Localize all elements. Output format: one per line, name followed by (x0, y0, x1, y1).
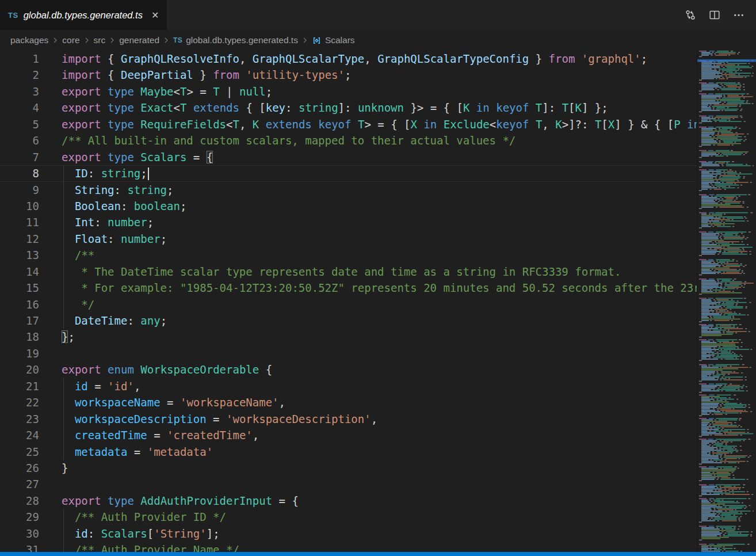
line-number[interactable]: 20 (0, 361, 39, 378)
code-line[interactable]: 20export enum WorkspaceOrderable { (0, 361, 697, 378)
line-number[interactable]: 17 (0, 313, 39, 329)
code-line[interactable]: 18}; (0, 329, 697, 345)
line-number[interactable]: 12 (0, 231, 39, 247)
code-line[interactable]: 29 /** Auth Provider ID */ (0, 509, 697, 525)
line-number[interactable]: 7 (0, 149, 39, 165)
code-text: workspaceName = 'workspaceName', (62, 394, 285, 410)
line-number[interactable]: 27 (0, 476, 39, 492)
code-line[interactable]: 23 workspaceDescription = 'workspaceDesc… (0, 411, 697, 427)
line-number[interactable]: 16 (0, 296, 39, 313)
more-actions-button[interactable] (731, 7, 747, 23)
line-number[interactable]: 11 (0, 214, 39, 230)
code-line[interactable]: 26} (0, 460, 697, 476)
line-number[interactable]: 5 (0, 116, 39, 132)
code-line[interactable]: 24 createdTime = 'createdTime', (0, 427, 697, 443)
editor-actions (682, 0, 756, 30)
code-line[interactable]: 28export type AddAuthProviderInput = { (0, 493, 697, 509)
minimap[interactable] (697, 51, 756, 552)
code-line[interactable]: 30 id: Scalars['String']; (0, 525, 697, 542)
code-text: Boolean: boolean; (62, 198, 186, 214)
indent-guide (63, 247, 64, 263)
code-line[interactable]: 1import { GraphQLResolveInfo, GraphQLSca… (0, 51, 697, 67)
ellipsis-icon (733, 9, 744, 21)
code-text: * The DateTime scalar type represents da… (62, 264, 621, 280)
split-editor-icon (709, 9, 720, 21)
line-number[interactable]: 9 (0, 182, 39, 198)
breadcrumb-item-src[interactable]: src (94, 35, 106, 45)
active-tab[interactable]: TS global.db.types.generated.ts ✕ (0, 0, 167, 30)
line-number[interactable]: 15 (0, 280, 39, 296)
line-number[interactable]: 21 (0, 378, 39, 394)
code-line[interactable]: 4export type Exact<T extends { [key: str… (0, 100, 697, 116)
code-line[interactable]: 25 metadata = 'metadata' (0, 444, 697, 460)
diff-icon (685, 9, 696, 21)
code-line[interactable]: 11 Int: number; (0, 214, 697, 230)
breadcrumb-item-generated[interactable]: generated (119, 35, 159, 45)
code-line[interactable]: 22 workspaceName = 'workspaceName', (0, 394, 697, 410)
close-icon[interactable]: ✕ (151, 10, 159, 21)
breadcrumb-item-core[interactable]: core (62, 35, 79, 45)
code-text: /** Auth Provider ID */ (62, 509, 226, 525)
breadcrumb: packagescoresrcgeneratedTSglobal.db.type… (0, 30, 756, 51)
code-line[interactable]: 16 */ (0, 296, 697, 313)
code-text: export type AddAuthProviderInput = { (62, 493, 299, 509)
code-line[interactable]: 12 Float: number; (0, 231, 697, 247)
code-line[interactable]: 21 id = 'id', (0, 378, 697, 394)
line-number[interactable]: 4 (0, 100, 39, 116)
code-line[interactable]: 6/** All built-in and custom scalars, ma… (0, 132, 697, 148)
line-number[interactable]: 26 (0, 460, 39, 476)
split-editor-button[interactable] (707, 7, 723, 23)
line-number[interactable]: 6 (0, 132, 39, 148)
line-number[interactable]: 19 (0, 345, 39, 361)
code-line[interactable]: 9 String: string; (0, 182, 697, 198)
code-line[interactable]: 3export type Maybe<T> = T | null; (0, 83, 697, 100)
code-line[interactable]: 14 * The DateTime scalar type represents… (0, 264, 697, 280)
tab-label: global.db.types.generated.ts (24, 10, 143, 21)
line-number[interactable]: 1 (0, 51, 39, 67)
chevron-right-icon (108, 36, 117, 45)
code-line[interactable]: 10 Boolean: boolean; (0, 198, 697, 214)
code-line[interactable]: 17 DateTime: any; (0, 313, 697, 329)
line-number[interactable]: 23 (0, 411, 39, 427)
status-bar-edge (0, 552, 756, 556)
line-number[interactable]: 28 (0, 493, 39, 509)
code-line[interactable]: 15 * For example: "1985-04-12T23:20:50.5… (0, 280, 697, 296)
typescript-file-icon: TS (8, 11, 18, 20)
code-line[interactable]: 31 /** Auth Provider Name */ (0, 542, 697, 552)
code-line[interactable]: 19 (0, 345, 697, 361)
indent-guide (63, 264, 64, 280)
code-line[interactable]: 7export type Scalars = { (0, 149, 697, 165)
line-number[interactable]: 24 (0, 427, 39, 443)
code-line[interactable]: 2import { DeepPartial } from 'utility-ty… (0, 67, 697, 83)
line-number[interactable]: 8 (0, 165, 39, 181)
code-text: createdTime = 'createdTime', (62, 427, 259, 443)
code-line[interactable]: 13 /** (0, 247, 697, 263)
line-number[interactable]: 18 (0, 329, 39, 345)
code-text: }; (62, 329, 75, 345)
open-changes-button[interactable] (682, 7, 698, 23)
line-number[interactable]: 2 (0, 67, 39, 83)
code-text: /** All built-in and custom scalars, map… (62, 132, 516, 148)
bracket-match: } (62, 330, 68, 343)
code-text: id = 'id', (62, 378, 140, 394)
breadcrumb-item-packages[interactable]: packages (10, 35, 48, 45)
chevron-right-icon (162, 36, 171, 45)
line-number[interactable]: 14 (0, 264, 39, 280)
line-number[interactable]: 30 (0, 525, 39, 542)
code-line[interactable]: 8 ID: string; (0, 165, 697, 181)
indent-guide (63, 231, 64, 247)
indent-guide (63, 542, 64, 552)
line-number[interactable]: 13 (0, 247, 39, 263)
line-number[interactable]: 25 (0, 444, 39, 460)
editor-window: TS global.db.types.generated.ts ✕ (0, 0, 756, 556)
code-text: Int: number; (62, 214, 154, 230)
code-line[interactable]: 5export type RequireFields<T, K extends … (0, 116, 697, 132)
line-number[interactable]: 3 (0, 83, 39, 100)
line-number[interactable]: 10 (0, 198, 39, 214)
breadcrumb-item-scalars[interactable]: Scalars (312, 35, 355, 45)
breadcrumb-item-global-db-types-generated-ts[interactable]: TSglobal.db.types.generated.ts (173, 35, 298, 45)
line-number[interactable]: 29 (0, 509, 39, 525)
code-line[interactable]: 27 (0, 476, 697, 492)
line-number[interactable]: 31 (0, 542, 39, 552)
line-number[interactable]: 22 (0, 394, 39, 410)
